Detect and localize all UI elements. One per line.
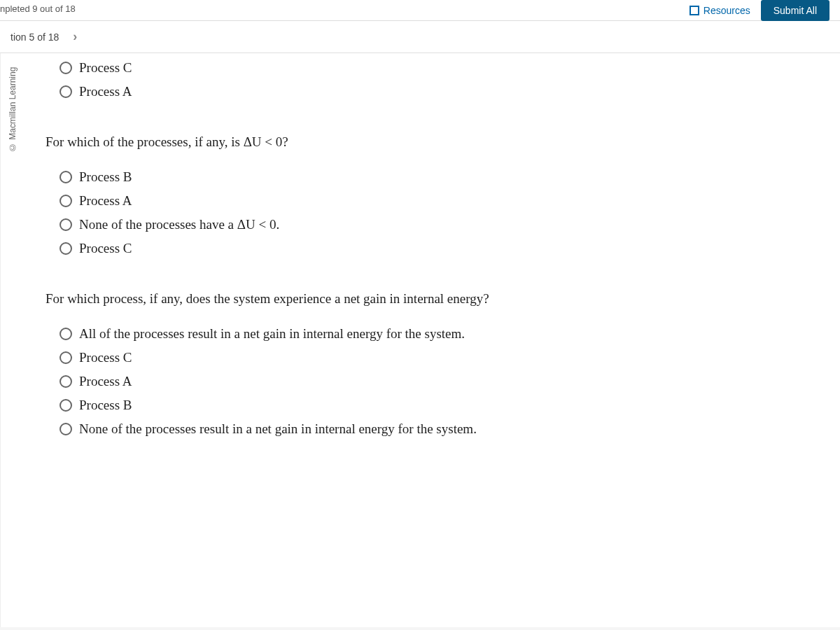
main-content: Process C Process A For which of the pro… — [24, 53, 840, 627]
radio-icon — [59, 423, 72, 435]
option-process-a-3[interactable]: Process A — [59, 374, 819, 389]
radio-icon — [59, 171, 72, 183]
option-none-2[interactable]: None of the processes have a ΔU < 0. — [59, 217, 819, 232]
question-group-3: For which process, if any, does the syst… — [46, 291, 819, 437]
option-none-3[interactable]: None of the processes result in a net ga… — [59, 421, 819, 437]
checkbox-icon — [690, 6, 699, 15]
question-group-2: For which of the processes, if any, is Δ… — [46, 134, 819, 256]
question-prompt-3: For which process, if any, does the syst… — [46, 291, 819, 307]
option-process-a-1[interactable]: Process A — [59, 84, 819, 99]
resources-label: Resources — [704, 5, 750, 16]
option-label: None of the processes result in a net ga… — [79, 421, 477, 437]
option-label: Process B — [79, 398, 132, 413]
top-bar: npleted 9 out of 18 Resources Submit All — [0, 0, 840, 21]
option-group-1: Process C Process A — [46, 60, 819, 99]
option-label: Process C — [79, 350, 132, 365]
completed-status: npleted 9 out of 18 — [0, 0, 76, 18]
option-label: Process A — [79, 193, 132, 209]
radio-icon — [59, 328, 72, 340]
option-label: Process B — [79, 169, 132, 185]
option-process-a-2[interactable]: Process A — [59, 193, 819, 209]
radio-icon — [59, 351, 72, 364]
submit-all-button[interactable]: Submit All — [761, 0, 830, 21]
option-label: All of the processes result in a net gai… — [79, 326, 465, 342]
question-prompt-2: For which of the processes, if any, is Δ… — [46, 134, 819, 150]
radio-icon — [59, 218, 72, 231]
question-counter: tion 5 of 18 — [10, 31, 59, 43]
next-question-arrow[interactable]: › — [73, 29, 77, 44]
radio-icon — [59, 399, 72, 412]
option-process-b-3[interactable]: Process B — [59, 398, 819, 413]
radio-icon — [59, 62, 72, 74]
option-label: Process A — [79, 84, 132, 99]
content-wrapper: © Macmillan Learning Process C Process A… — [0, 53, 840, 627]
option-process-c-2[interactable]: Process C — [59, 241, 819, 256]
option-process-b-2[interactable]: Process B — [59, 169, 819, 185]
option-label: Process C — [79, 241, 132, 256]
resources-link[interactable]: Resources — [690, 5, 750, 16]
radio-icon — [59, 242, 72, 255]
option-process-c-3[interactable]: Process C — [59, 350, 819, 365]
option-label: None of the processes have a ΔU < 0. — [79, 217, 279, 232]
option-label: Process A — [79, 374, 132, 389]
option-all-3[interactable]: All of the processes result in a net gai… — [59, 326, 819, 342]
copyright-sidebar: © Macmillan Learning — [0, 53, 24, 627]
question-nav-bar: tion 5 of 18 › — [0, 21, 840, 53]
option-process-c-1[interactable]: Process C — [59, 60, 819, 76]
radio-icon — [59, 375, 72, 388]
radio-icon — [59, 85, 72, 98]
radio-icon — [59, 195, 72, 207]
option-label: Process C — [79, 60, 132, 76]
